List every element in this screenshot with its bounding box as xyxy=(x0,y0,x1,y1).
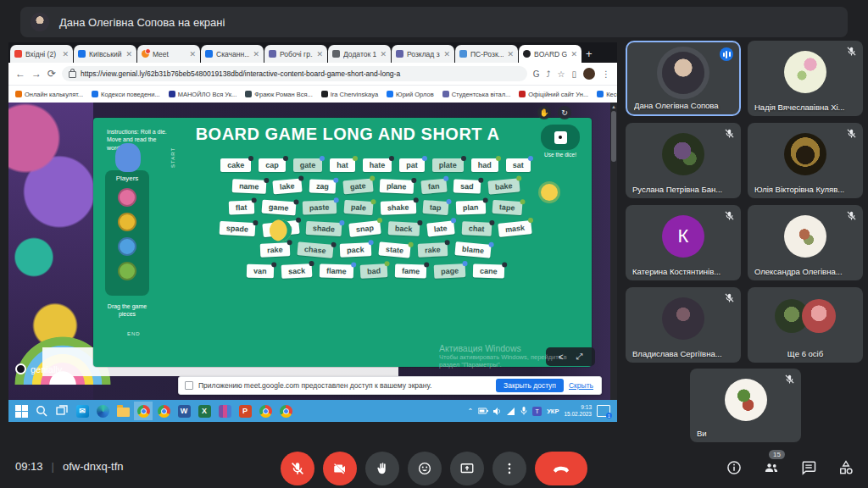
rotate-icon[interactable]: ↻ xyxy=(558,106,571,119)
tab-close-icon[interactable]: ✕ xyxy=(125,50,132,58)
tray-expand-icon[interactable]: ⌃ xyxy=(468,408,474,415)
hand-button[interactable] xyxy=(365,452,399,485)
share-icon[interactable]: ⤴ xyxy=(547,69,551,79)
genially-logo[interactable]: genially xyxy=(15,363,62,374)
google-icon[interactable]: G xyxy=(533,69,540,79)
taskbar-powerpoint-icon[interactable]: P xyxy=(236,402,254,420)
word-tile: sat xyxy=(506,158,531,172)
more-button[interactable] xyxy=(492,452,526,485)
tab-close-icon[interactable]: ✕ xyxy=(253,50,259,58)
players-panel: Players xyxy=(105,170,149,296)
browser-tab-8[interactable]: BOARD G...✕ xyxy=(519,45,581,63)
taskbar-word-icon[interactable]: W xyxy=(175,402,193,420)
taskbar-excel-icon[interactable]: X xyxy=(195,402,214,420)
tab-close-icon[interactable]: ✕ xyxy=(62,50,69,58)
bookmark-star-icon[interactable]: ☆ xyxy=(558,69,565,79)
taskbar-edge-icon[interactable] xyxy=(93,402,112,420)
browser-tab-2[interactable]: Meet✕ xyxy=(137,45,200,63)
tab-close-icon[interactable]: ✕ xyxy=(380,50,387,58)
forward-icon[interactable]: → xyxy=(31,68,42,80)
word-tile: gate xyxy=(293,158,323,172)
browser-tab-3[interactable]: Скачанн...✕ xyxy=(201,45,264,63)
bookmark-item-4[interactable]: Ira Chervinskaya xyxy=(321,91,378,98)
taskbar-chrome-profile-icon[interactable] xyxy=(134,402,153,420)
player-token-1[interactable] xyxy=(118,213,136,231)
participant-tile-2[interactable]: Руслана Петрівна Бан... xyxy=(626,123,741,198)
cam-off-button[interactable] xyxy=(323,452,357,485)
browser-tab-1[interactable]: Київський✕ xyxy=(74,45,136,63)
participant-name: Олександра Олегівна... xyxy=(754,267,858,276)
hand-cursor-icon[interactable]: ✋ xyxy=(537,106,551,119)
bookmark-item-0[interactable]: Онлайн калькулят... xyxy=(15,91,83,98)
present-button[interactable] xyxy=(450,452,484,485)
profile-avatar[interactable] xyxy=(583,68,595,80)
bookmark-item-1[interactable]: Кодекси поведени... xyxy=(92,91,160,98)
bookmark-item-7[interactable]: Офіційний сайт Ун... xyxy=(519,91,588,98)
bookmark-item-5[interactable]: Юрий Орлов xyxy=(387,91,434,98)
teams-tray-icon[interactable]: T xyxy=(532,407,542,416)
shapes-panel-button[interactable] xyxy=(836,458,856,478)
word-tile: plan xyxy=(455,200,485,214)
genially-page: Instructions: Roll a die. Move and read … xyxy=(8,103,617,400)
participant-tile-0[interactable]: Дана Олегівна Сопова xyxy=(626,41,741,116)
participant-tile-7[interactable]: Ще 6 осіб xyxy=(748,287,863,363)
browser-tab-6[interactable]: Розклад з...✕ xyxy=(392,45,454,63)
participant-tile-5[interactable]: Олександра Олегівна... xyxy=(748,205,863,280)
browser-tab-5[interactable]: Додаток 1✕ xyxy=(328,45,391,63)
participant-tile-3[interactable]: Юлія Вікторівна Куляв... xyxy=(748,123,863,198)
participant-tile-self[interactable]: Ви xyxy=(690,369,801,442)
avatar xyxy=(784,51,826,93)
self-tile-slot: Ви xyxy=(690,369,801,442)
participant-tile-1[interactable]: Надія Вячеславівна Хі... xyxy=(748,41,863,116)
player-token-3[interactable] xyxy=(118,262,136,280)
participant-tile-6[interactable]: Владислава Сергіївна... xyxy=(626,287,741,363)
dice-button[interactable] xyxy=(541,125,580,150)
call-end-button[interactable] xyxy=(535,452,587,485)
browser-tab-4[interactable]: Робочі гр...✕ xyxy=(264,45,327,63)
word-tile: page xyxy=(434,263,466,279)
language-indicator[interactable]: УКР xyxy=(547,408,559,415)
notification-center-icon[interactable]: 1 xyxy=(597,405,610,417)
tab-close-icon[interactable]: ✕ xyxy=(570,50,577,58)
tab-close-icon[interactable]: ✕ xyxy=(443,50,450,58)
bookmark-overflow-item[interactable]: Кесем Султан - Все... xyxy=(597,91,617,98)
taskbar-mail-icon[interactable]: ✉ xyxy=(73,402,92,420)
taskbar-search-icon[interactable] xyxy=(32,402,51,420)
browser-tab-0[interactable]: Вхідні (2)✕ xyxy=(10,45,73,63)
people-panel-button[interactable]: 15 xyxy=(761,458,782,478)
bookmark-item-3[interactable]: Фраюк Роман Вся... xyxy=(245,91,313,98)
taskbar-clock[interactable]: 9:13 15.02.2023 xyxy=(564,404,592,418)
new-tab-button[interactable]: + xyxy=(586,47,593,60)
taskbar-chrome-icon[interactable] xyxy=(276,402,295,420)
player-token-2[interactable] xyxy=(118,237,136,256)
info-panel-button[interactable] xyxy=(724,458,744,478)
refresh-icon[interactable]: ⟳ xyxy=(47,68,56,80)
page-scrollbar[interactable]: ▲ xyxy=(610,103,617,400)
back-icon[interactable]: ← xyxy=(15,68,25,80)
side-panel-icon[interactable]: ▯ xyxy=(571,69,576,79)
taskbar-winrar-icon[interactable] xyxy=(215,402,234,420)
hide-link[interactable]: Скрыть xyxy=(569,381,593,390)
browser-menu-icon[interactable]: ⋮ xyxy=(602,69,610,79)
address-bar[interactable]: https://view.genial.ly/62b31b76beb548001… xyxy=(62,66,527,81)
taskbar-chrome-icon[interactable] xyxy=(256,402,275,420)
chat-panel-button[interactable] xyxy=(798,458,819,478)
taskbar-start-icon[interactable] xyxy=(12,402,31,420)
browser-tab-7[interactable]: ПС-Розк...✕ xyxy=(455,45,518,63)
bookmark-item-6[interactable]: Студентська вітал... xyxy=(442,91,511,98)
teams-favicon-icon xyxy=(269,50,276,58)
stop-sharing-button[interactable]: Закрыть доступ xyxy=(496,379,564,392)
bookmark-item-2[interactable]: МАНОЙЛО Вся Ук... xyxy=(169,91,237,98)
tab-close-icon[interactable]: ✕ xyxy=(189,50,196,58)
smile-button[interactable] xyxy=(408,452,442,485)
player-token-0[interactable] xyxy=(118,188,136,207)
participant-tile-4[interactable]: ККатерина Костянтинів... xyxy=(626,205,741,280)
participant-name: Дана Олегівна Сопова xyxy=(634,101,734,110)
taskbar-explorer-icon[interactable] xyxy=(114,402,132,420)
tab-close-icon[interactable]: ✕ xyxy=(507,50,514,58)
word-tile: sack xyxy=(281,263,312,279)
mic-off-button[interactable] xyxy=(281,452,314,485)
taskbar-taskview-icon[interactable] xyxy=(53,402,71,420)
taskbar-chrome-icon[interactable] xyxy=(154,402,173,420)
tab-close-icon[interactable]: ✕ xyxy=(316,50,323,58)
